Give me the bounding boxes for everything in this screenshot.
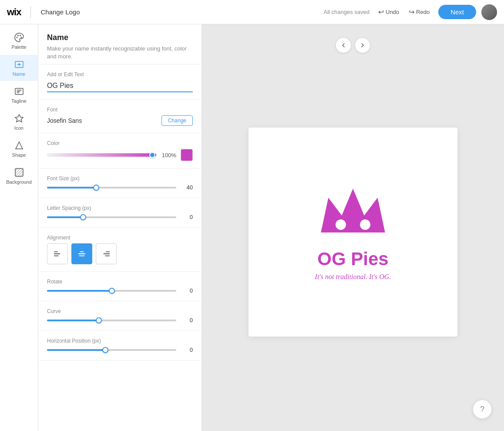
sidebar-name-label: Name bbox=[13, 71, 25, 77]
font-row: Josefin Sans Change bbox=[47, 115, 193, 126]
next-button[interactable]: Next bbox=[438, 5, 476, 19]
svg-rect-12 bbox=[78, 253, 86, 254]
topbar-right: All changes saved ↩ Undo ↪ Redo Next bbox=[323, 4, 497, 20]
icon-sidebar: Palette Name Tagline Icon bbox=[0, 24, 38, 431]
redo-icon: ↪ bbox=[409, 8, 414, 16]
change-font-button[interactable]: Change bbox=[161, 115, 193, 126]
next-arrow-button[interactable] bbox=[355, 37, 370, 53]
panel-header: Name Make your name instantly recognizab… bbox=[38, 24, 202, 64]
undo-button[interactable]: ↩ Undo bbox=[375, 6, 403, 18]
main-content: Palette Name Tagline Icon bbox=[0, 24, 504, 431]
rotate-slider[interactable] bbox=[47, 290, 176, 292]
rotate-section: Rotate 0 bbox=[38, 272, 202, 301]
svg-point-19 bbox=[336, 219, 346, 230]
align-center-icon bbox=[77, 249, 87, 259]
font-size-label: Font Size (px) bbox=[47, 175, 193, 182]
rotate-label: Rotate bbox=[47, 279, 193, 285]
add-edit-label: Add or Edit Text bbox=[47, 71, 193, 77]
horizontal-position-section: Horizontal Position (px) 0 bbox=[38, 331, 202, 360]
letter-spacing-slider-row: 0 bbox=[47, 214, 193, 220]
canvas-nav bbox=[336, 37, 370, 53]
avatar-image bbox=[481, 4, 497, 20]
svg-rect-8 bbox=[54, 252, 58, 253]
color-slider-thumb bbox=[149, 152, 155, 158]
align-left-button[interactable] bbox=[47, 243, 68, 264]
letter-spacing-value: 0 bbox=[181, 214, 193, 220]
topbar: wix Change Logo All changes saved ↩ Undo… bbox=[0, 0, 504, 24]
align-right-icon bbox=[101, 249, 111, 259]
svg-rect-14 bbox=[106, 252, 110, 253]
letter-spacing-label: Letter Spacing (px) bbox=[47, 205, 193, 211]
svg-point-0 bbox=[16, 37, 17, 38]
topbar-title: Change Logo bbox=[40, 8, 80, 16]
align-center-button[interactable] bbox=[71, 243, 92, 264]
wix-logo: wix bbox=[7, 7, 21, 18]
palette-icon bbox=[14, 32, 24, 43]
alignment-row bbox=[47, 243, 193, 264]
curve-section: Curve 0 bbox=[38, 301, 202, 331]
svg-point-2 bbox=[20, 35, 21, 36]
prev-arrow-button[interactable] bbox=[336, 37, 351, 53]
svg-point-20 bbox=[360, 219, 370, 230]
alignment-label: Alignment bbox=[47, 235, 193, 241]
undo-label: Undo bbox=[386, 9, 399, 15]
svg-rect-13 bbox=[79, 256, 85, 256]
align-right-button[interactable] bbox=[96, 243, 117, 264]
font-size-section: Font Size (px) 40 bbox=[38, 168, 202, 198]
svg-marker-6 bbox=[15, 114, 23, 122]
panel-title: Name bbox=[47, 33, 193, 42]
redo-button[interactable]: ↪ Redo bbox=[405, 6, 433, 18]
svg-rect-9 bbox=[54, 253, 60, 254]
icon-icon bbox=[14, 113, 24, 124]
font-size-slider-row: 40 bbox=[47, 184, 193, 191]
sidebar-item-shape[interactable]: Shape bbox=[0, 136, 38, 162]
font-section: Font Josefin Sans Change bbox=[38, 100, 202, 133]
help-button[interactable]: ? bbox=[473, 400, 492, 419]
logo-title: OG Pies bbox=[317, 249, 388, 269]
letter-spacing-slider[interactable] bbox=[47, 216, 176, 218]
background-icon bbox=[14, 167, 24, 178]
rotate-value: 0 bbox=[181, 287, 193, 294]
sidebar-tagline-label: Tagline bbox=[11, 98, 27, 104]
panel-description: Make your name instantly recognizable us… bbox=[47, 45, 193, 61]
chevron-left-icon bbox=[340, 42, 347, 49]
sidebar-item-background[interactable]: Background bbox=[0, 163, 38, 189]
crown-svg bbox=[314, 183, 392, 240]
color-percent: 100% bbox=[161, 152, 176, 158]
curve-slider[interactable] bbox=[47, 320, 176, 321]
horizontal-position-value: 0 bbox=[181, 347, 193, 353]
color-row: 100% bbox=[47, 149, 193, 161]
svg-point-1 bbox=[17, 35, 19, 36]
avatar bbox=[481, 4, 497, 20]
name-icon bbox=[14, 59, 24, 70]
rotate-slider-row: 0 bbox=[47, 287, 193, 294]
color-label: Color bbox=[47, 140, 193, 146]
sidebar-shape-label: Shape bbox=[12, 152, 26, 158]
sidebar-item-icon[interactable]: Icon bbox=[0, 109, 38, 135]
logo-text-input[interactable] bbox=[47, 80, 193, 92]
font-size-slider[interactable] bbox=[47, 187, 176, 189]
horizontal-position-slider[interactable] bbox=[47, 349, 176, 351]
svg-rect-16 bbox=[105, 256, 110, 256]
color-swatch[interactable] bbox=[181, 149, 193, 161]
sidebar-icon-label: Icon bbox=[14, 125, 24, 131]
sidebar-item-name[interactable]: Name bbox=[0, 55, 38, 81]
shape-icon bbox=[14, 140, 24, 151]
horizontal-position-slider-row: 0 bbox=[47, 347, 193, 353]
undo-redo-group: ↩ Undo ↪ Redo bbox=[375, 6, 433, 18]
right-panel: Name Make your name instantly recognizab… bbox=[38, 24, 202, 431]
font-label: Font bbox=[47, 107, 193, 113]
text-section: Add or Edit Text bbox=[38, 64, 202, 100]
font-size-value: 40 bbox=[181, 184, 193, 191]
svg-marker-18 bbox=[323, 192, 383, 231]
sidebar-item-palette[interactable]: Palette bbox=[0, 28, 38, 54]
topbar-saved-status: All changes saved bbox=[323, 9, 370, 15]
topbar-divider bbox=[30, 6, 31, 18]
svg-rect-10 bbox=[54, 256, 59, 256]
color-slider[interactable] bbox=[47, 153, 156, 157]
redo-label: Redo bbox=[416, 9, 430, 15]
sidebar-item-tagline[interactable]: Tagline bbox=[0, 82, 38, 108]
chevron-right-icon bbox=[359, 42, 366, 49]
align-left-icon bbox=[53, 249, 62, 259]
logo-crown bbox=[314, 183, 392, 242]
